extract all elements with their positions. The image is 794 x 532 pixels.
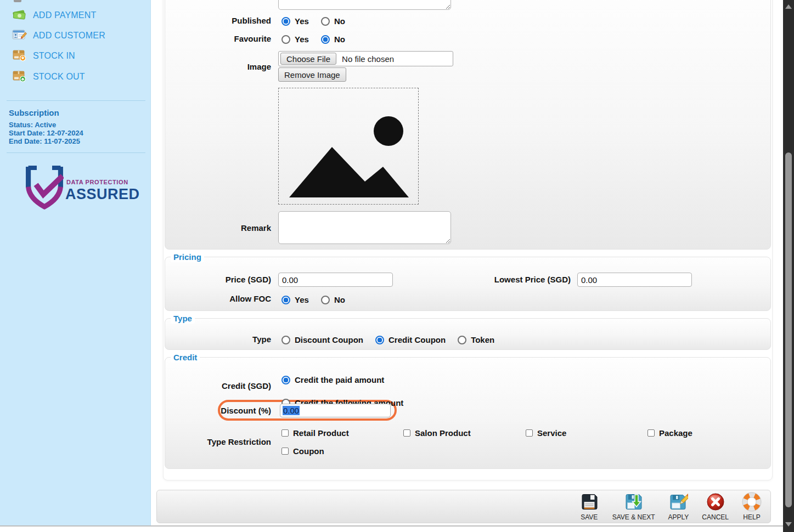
data-protection-label: DATA PROTECTION [66,179,128,185]
type-legend: Type [171,313,195,324]
type-restriction-label: Type Restriction [151,437,271,446]
sidebar-item-add-customer[interactable]: ADD CUSTOMER [12,28,105,43]
favourite-yes-radio[interactable]: Yes [281,35,309,44]
published-label: Published [151,16,271,25]
toolbar-button-label: SAVE [581,514,598,521]
sidebar-item-stock-out[interactable]: STOCK OUT [12,69,85,84]
lowest-price-label: Lowest Price (SGD) [458,275,571,284]
apply-button[interactable]: APPLY [668,492,689,521]
radio-icon[interactable] [281,336,290,344]
help-button[interactable]: HELP [742,492,762,521]
toolbar-button-label: HELP [743,514,760,521]
radio-selected-icon[interactable] [281,17,290,26]
checkbox-icon[interactable] [403,429,410,437]
type-section-panel: Type [165,318,771,350]
choose-file-button[interactable]: Choose File [280,53,336,65]
radio-selected-icon[interactable] [281,296,290,304]
checkbox-label: Retail Product [293,428,349,438]
published-radio-group: Yes No [281,16,357,26]
image-file-input[interactable]: Choose File No file chosen [278,51,453,66]
cancel-icon [706,492,725,514]
radio-label: Credit the paid amount [295,375,384,384]
radio-icon[interactable] [281,35,290,44]
allow-foc-label: Allow FOC [151,294,271,303]
radio-label: Credit Coupon [388,335,446,344]
checkbox-icon[interactable] [647,429,655,437]
sidebar-item-add-payment[interactable]: ADD PAYMENT [12,8,96,22]
scrollbar-thumb[interactable] [785,152,792,507]
lowest-price-input[interactable] [577,273,692,287]
favourite-label: Favourite [151,34,271,43]
apply-icon [668,492,688,514]
save-button[interactable]: SAVE [579,492,599,521]
retail-product-checkbox[interactable]: Retail Product [281,428,349,438]
subscription-end-date: End Date: 11-07-2025 [9,137,80,145]
foc-no-radio[interactable]: No [321,295,345,304]
save-icon [579,492,599,514]
toolbar-button-label: SAVE & NEXT [612,514,655,521]
radio-label: Token [471,335,494,344]
toolbar-button-label: APPLY [668,514,689,521]
salon-product-checkbox[interactable]: Salon Product [403,428,471,438]
sidebar-item-label: ADD CUSTOMER [33,31,105,41]
type-discount-coupon-radio[interactable]: Discount Coupon [281,335,363,344]
subscription-title: Subscription [9,108,59,117]
customer-card-icon [12,28,27,43]
cancel-button[interactable]: CANCEL [702,492,729,521]
checkbox-icon[interactable] [281,448,289,455]
credit-radio-group: Credit the paid amount Credit the follow… [281,375,415,408]
package-checkbox[interactable]: Package [647,428,692,438]
foc-yes-radio[interactable]: Yes [281,295,309,304]
vertical-scrollbar[interactable] [783,0,794,532]
radio-selected-icon[interactable] [321,35,330,44]
radio-icon[interactable] [321,296,330,304]
subscription-status: Status: Active [9,121,56,129]
radio-label: No [334,295,345,304]
discount-selected-value: 0.00 [283,406,300,415]
radio-selected-icon[interactable] [375,336,384,344]
description-textarea[interactable] [278,0,451,10]
published-yes-radio[interactable]: Yes [281,16,309,26]
type-credit-coupon-radio[interactable]: Credit Coupon [375,335,446,344]
checkbox-icon[interactable] [526,429,533,437]
service-checkbox[interactable]: Service [526,428,566,438]
help-icon [742,492,762,514]
type-label: Type [151,335,271,344]
toolbar-button-label: CANCEL [702,514,729,521]
checkbox-label: Service [537,428,566,438]
published-no-radio[interactable]: No [321,16,345,26]
radio-icon[interactable] [458,336,466,344]
checkbox-icon[interactable] [281,429,289,437]
type-token-radio[interactable]: Token [458,335,494,344]
type-radio-group: Discount Coupon Credit Coupon Token [281,335,506,344]
stock-out-box-icon [12,69,27,84]
main-content: Published Yes No Favourite Yes No Image … [151,0,782,525]
radio-label: Yes [295,16,309,26]
remark-label: Remark [151,223,271,233]
price-input[interactable] [278,273,393,287]
favourite-no-radio[interactable]: No [321,35,345,44]
scrollbar-up-arrow-icon[interactable] [785,4,792,9]
checkbox-label: Coupon [293,446,324,456]
remove-image-button[interactable]: Remove Image [278,67,346,82]
radio-icon[interactable] [321,17,330,26]
radio-label: No [334,35,345,44]
save-and-next-button[interactable]: SAVE & NEXT [612,492,655,521]
subscription-start-date: Start Date: 12-07-2024 [9,129,83,137]
image-placeholder-icon [278,87,419,206]
credit-sgd-label: Credit (SGD) [151,381,271,390]
image-label: Image [151,62,271,71]
no-file-chosen-text: No file chosen [342,54,394,64]
allow-foc-radio-group: Yes No [281,295,357,304]
sidebar-item-stock-in[interactable]: STOCK IN [12,48,75,63]
credit-paid-amount-radio[interactable]: Credit the paid amount [281,375,403,384]
radio-selected-icon[interactable] [281,376,290,384]
scrollbar-down-arrow-icon[interactable] [785,522,792,527]
credit-legend: Credit [171,352,200,363]
radio-label: No [334,16,345,26]
checkbox-label: Package [659,428,692,438]
assured-label: ASSURED [65,186,140,203]
discount-input[interactable]: 0.00 [280,404,391,417]
remark-textarea[interactable] [278,211,451,244]
coupon-checkbox[interactable]: Coupon [281,446,324,456]
